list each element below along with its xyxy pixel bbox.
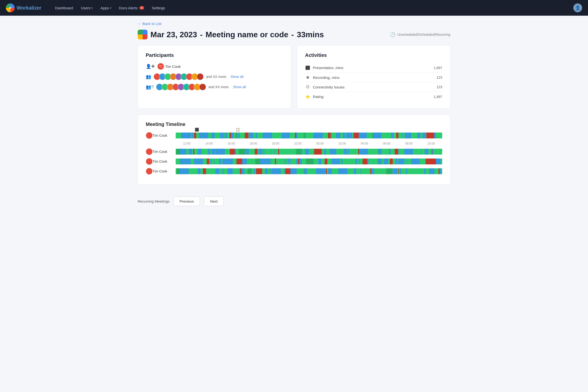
timeline-name-4: Tim Cook (153, 169, 167, 173)
segment (245, 132, 248, 138)
segment (237, 149, 239, 154)
segment (374, 168, 378, 174)
alerts-badge: 4 (140, 6, 144, 10)
presentation-label: Presentation, mins (313, 66, 343, 70)
segment (306, 158, 313, 164)
segment (390, 158, 393, 164)
segment (198, 149, 202, 154)
nav-users[interactable]: Users ▾ (78, 4, 96, 12)
segment (411, 132, 415, 138)
segment (247, 158, 252, 164)
segment (378, 168, 386, 174)
timeline-avatar-2 (146, 148, 153, 155)
segment (239, 149, 245, 154)
segment (332, 158, 340, 164)
segment (255, 149, 257, 154)
nav-settings[interactable]: Settings (149, 4, 168, 12)
segment (179, 168, 189, 174)
connectivity-value: 123 (436, 85, 442, 89)
segment (393, 158, 396, 164)
segment (420, 132, 422, 138)
segment (328, 132, 331, 138)
segment (411, 158, 420, 164)
time-label-1200: 12:00 (176, 142, 198, 145)
time-label-0800: 08:00 (398, 142, 420, 145)
host-avatar: TC (157, 63, 164, 70)
segment (420, 158, 426, 164)
activity-rating: ⭐ Rating 1,897 (305, 92, 442, 102)
timeline-bar-1 (176, 132, 442, 138)
timeline-user-3: Tim Cook (146, 158, 173, 165)
segment (396, 132, 398, 138)
nav-docs-alerts[interactable]: Docs Alerts 4 (116, 4, 147, 12)
timeline-row-1: Tim Cook (146, 132, 442, 139)
nav-apps[interactable]: Apps ▾ (98, 4, 114, 12)
segment (280, 149, 287, 154)
nav-dashboard[interactable]: Dashboard (52, 4, 76, 12)
segment (246, 149, 249, 154)
brand-logo[interactable]: W Workalizer (6, 4, 42, 12)
recording-value: 123 (436, 76, 442, 80)
avatar-9 (197, 73, 204, 80)
time-label-1000: 10:00 (420, 142, 442, 145)
brand-icon: W (6, 4, 15, 12)
joined-show-all[interactable]: Show all (230, 75, 244, 79)
segment (286, 158, 288, 164)
waiting-show-all[interactable]: Show all (233, 85, 246, 89)
segment (340, 149, 344, 154)
back-to-list-link[interactable]: ← Back to List (138, 22, 162, 26)
next-button[interactable]: Next (204, 196, 224, 206)
segment (287, 149, 296, 154)
segment (440, 158, 442, 164)
time-label-0000: 00:00 (309, 142, 331, 145)
activities-title: Activities (305, 52, 442, 58)
segment (276, 158, 285, 164)
schedule-badge: 🕐 Unscheduled/Scheduled/Recurring (390, 32, 450, 37)
info-grid: Participants 👤✚ TC Tim Cook 👥 (138, 45, 450, 108)
previous-button[interactable]: Previous (174, 196, 200, 206)
segment (231, 132, 234, 138)
segment (275, 149, 278, 154)
user-avatar[interactable]: 👤 (573, 4, 582, 12)
segment (272, 149, 274, 154)
navbar: W Workalizer Dashboard Users ▾ Apps ▾ Do… (0, 0, 588, 16)
segment (189, 168, 198, 174)
segment (368, 149, 377, 154)
segment (262, 168, 265, 174)
segment (297, 168, 300, 174)
segment (371, 168, 374, 174)
segment (433, 149, 442, 154)
time-label-0200: 02:00 (331, 142, 354, 145)
segment (227, 132, 230, 138)
timeline-bar-2 (176, 149, 442, 154)
timeline-avatar-1 (146, 132, 153, 139)
segment (252, 158, 255, 164)
timeline-user-4: Tim Cook (146, 168, 173, 175)
recording-label: Recording, mins (313, 76, 339, 80)
segment (212, 149, 215, 154)
segment (434, 168, 438, 174)
nav-links: Dashboard Users ▾ Apps ▾ Docs Alerts 4 S… (52, 4, 168, 12)
segment (332, 132, 336, 138)
segment (214, 132, 218, 138)
segment (194, 158, 202, 164)
segment (207, 158, 209, 164)
segment (180, 149, 186, 154)
segment (281, 168, 284, 174)
segment (426, 168, 429, 174)
segment (422, 149, 424, 154)
segment (182, 132, 191, 138)
timeline-name-1: Tim Cook (153, 134, 167, 138)
segment (190, 158, 194, 164)
host-icon: 👤✚ (146, 64, 155, 69)
segment (316, 168, 325, 174)
timeline-row-2: Tim Cook (146, 148, 442, 155)
segment (378, 158, 382, 164)
segment (219, 168, 222, 174)
segment (402, 132, 405, 138)
segment (406, 158, 411, 164)
waiting-and-more: and XX more. (208, 85, 230, 89)
segment (404, 149, 413, 154)
segment (208, 149, 210, 154)
segment (370, 132, 373, 138)
